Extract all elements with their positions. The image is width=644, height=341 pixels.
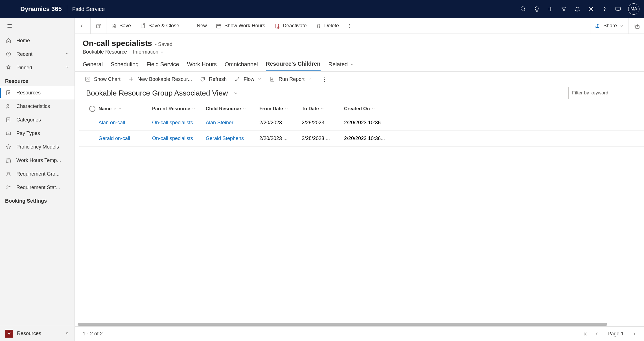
select-all[interactable] [86, 106, 98, 112]
delete-button[interactable]: Delete [311, 18, 343, 34]
new-child-button[interactable]: New Bookable Resour... [128, 76, 192, 82]
bell-icon[interactable] [571, 2, 584, 16]
col-created[interactable]: Created On [344, 106, 398, 112]
row-name[interactable]: Gerald on-call [98, 136, 152, 141]
show-work-hours-button[interactable]: Show Work Hours [211, 18, 270, 34]
assistant-panel-button[interactable] [628, 18, 644, 34]
updown-icon [65, 331, 69, 336]
hamburger-icon[interactable] [0, 18, 75, 34]
next-page-icon[interactable] [631, 331, 636, 336]
area-switcher[interactable]: R Resources [0, 326, 75, 341]
share-label: Share [603, 23, 617, 29]
grid-footer: 1 - 2 of 2 Page 1 [75, 326, 644, 341]
row-name[interactable]: Alan on-call [98, 120, 152, 126]
nav-label: Characteristics [16, 103, 50, 109]
saved-status: - Saved [155, 41, 172, 47]
table-row[interactable]: Alan on-call On-call specialists Alan St… [79, 115, 644, 131]
nav-proficiency[interactable]: Proficiency Models [0, 140, 75, 154]
view-title[interactable]: Bookable Resource Group Associated View [86, 89, 228, 98]
col-child[interactable]: Child Resource [206, 106, 259, 112]
avatar[interactable]: MA [628, 3, 639, 15]
share-button[interactable]: Share [590, 18, 628, 34]
divider [67, 5, 67, 13]
col-name[interactable]: Name [98, 106, 152, 112]
area-label: Resources [17, 331, 65, 336]
entity-label: Bookable Resource [83, 49, 127, 55]
lightbulb-icon[interactable] [530, 2, 544, 16]
grid-header-row: Name Parent Resource Child Resource From… [79, 103, 644, 115]
tab-general[interactable]: General [83, 61, 103, 71]
nav-pay-types[interactable]: Pay Types [0, 127, 75, 140]
back-button[interactable] [75, 18, 91, 34]
save-button[interactable]: Save [106, 18, 135, 34]
row-created: 2/20/2023 10:36... [344, 136, 398, 141]
col-to[interactable]: To Date [302, 106, 344, 112]
svg-point-49 [236, 80, 236, 81]
app-name-label: Field Service [72, 6, 105, 12]
table-row[interactable]: Gerald on-call On-call specialists Geral… [79, 131, 644, 147]
tab-work-hours[interactable]: Work Hours [187, 61, 217, 71]
help-icon[interactable] [598, 2, 611, 16]
filter-input[interactable] [568, 87, 636, 99]
refresh-button[interactable]: Refresh [200, 76, 227, 82]
tab-field-service[interactable]: Field Service [146, 61, 179, 71]
nav-work-hours-temp[interactable]: Work Hours Temp... [0, 154, 75, 167]
flow-button[interactable]: Flow [235, 76, 262, 82]
nav-req-groups[interactable]: Requirement Gro... [0, 167, 75, 181]
popout-button[interactable] [91, 18, 106, 34]
nav-resources[interactable]: Resources [0, 86, 75, 99]
row-from: 2/20/2023 ... [259, 120, 302, 126]
save-close-button[interactable]: Save & Close [135, 18, 184, 34]
tab-scheduling[interactable]: Scheduling [111, 61, 139, 71]
settings-icon[interactable] [584, 2, 598, 16]
tab-omnichannel[interactable]: Omnichannel [225, 61, 258, 71]
chevron-down-icon [160, 50, 164, 54]
run-report-button[interactable]: Run Report [270, 76, 312, 82]
record-count: 1 - 2 of 2 [83, 331, 103, 337]
search-icon[interactable] [516, 2, 530, 16]
chevron-down-icon[interactable] [233, 90, 238, 96]
form-selector[interactable]: Information [133, 49, 164, 55]
nav-home[interactable]: Home [0, 34, 75, 47]
first-page-icon[interactable] [583, 331, 588, 336]
nav-recent-label: Recent [16, 51, 32, 57]
col-parent[interactable]: Parent Resource [152, 106, 206, 112]
deactivate-label: Deactivate [283, 23, 307, 29]
horizontal-scrollbar[interactable] [78, 322, 641, 326]
svg-marker-19 [6, 145, 11, 149]
svg-rect-31 [113, 26, 115, 28]
svg-point-41 [349, 24, 350, 25]
tab-resources-children[interactable]: Resource's Children [266, 61, 321, 71]
filter-icon[interactable] [557, 2, 571, 16]
nav-label: Categories [16, 117, 41, 123]
nav-pinned[interactable]: Pinned [0, 61, 75, 74]
plus-icon[interactable] [544, 2, 557, 16]
nav-req-status[interactable]: Requirement Stat... [0, 181, 75, 194]
tab-related[interactable]: Related [328, 61, 354, 71]
nav-label: Pay Types [16, 130, 40, 136]
row-parent[interactable]: On-call specialists [152, 120, 206, 126]
row-child[interactable]: Alan Steiner [206, 120, 259, 126]
chevron-down-icon [65, 51, 69, 57]
nav-categories[interactable]: Categories [0, 113, 75, 127]
subgrid: Name Parent Resource Child Resource From… [75, 103, 644, 147]
svg-point-13 [7, 104, 9, 106]
row-child[interactable]: Gerald Stephens [206, 136, 259, 141]
show-chart-button[interactable]: Show Chart [85, 76, 121, 82]
assistant-icon[interactable] [611, 2, 625, 16]
new-button[interactable]: New [184, 18, 211, 34]
overflow-button[interactable] [343, 18, 356, 34]
col-from[interactable]: From Date [259, 106, 302, 112]
nav-home-label: Home [16, 38, 30, 44]
svg-line-29 [98, 24, 100, 26]
row-to: 2/28/2023 ... [302, 120, 344, 126]
nav-label: Proficiency Models [16, 144, 59, 150]
deactivate-button[interactable]: Deactivate [270, 18, 311, 34]
row-to: 2/28/2023 ... [302, 136, 344, 141]
prev-page-icon[interactable] [595, 331, 600, 336]
row-parent[interactable]: On-call specialists [152, 136, 206, 141]
nav-recent[interactable]: Recent [0, 47, 75, 61]
top-bar: Dynamics 365 Field Service MA [0, 0, 644, 18]
nav-characteristics[interactable]: Characteristics [0, 99, 75, 113]
subgrid-overflow[interactable]: ⋮ [320, 76, 329, 83]
